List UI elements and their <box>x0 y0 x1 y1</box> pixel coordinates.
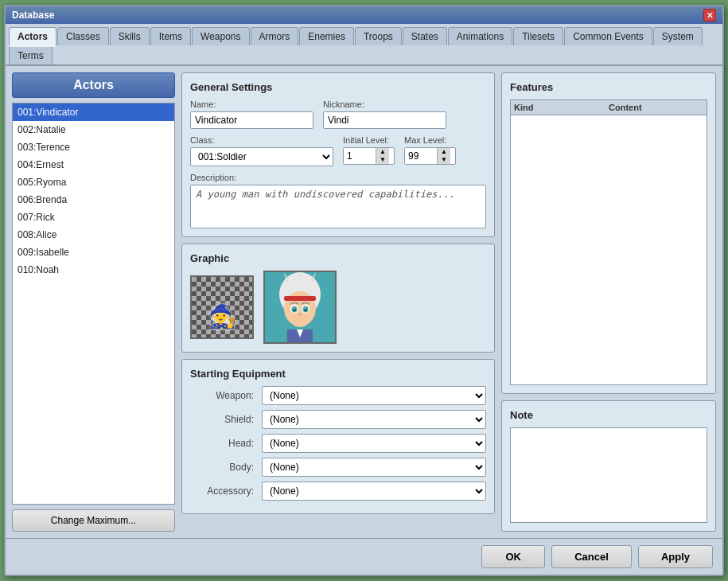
graphic-title: Graphic <box>190 252 486 264</box>
tab-weapons[interactable]: Weapons <box>192 27 249 45</box>
note-title: Note <box>510 409 707 421</box>
description-label: Description: <box>190 173 486 182</box>
max-level-input[interactable] <box>405 148 437 164</box>
bottom-bar: OK Cancel Apply <box>6 538 722 575</box>
tab-items[interactable]: Items <box>150 27 191 45</box>
database-window: Database ✕ ActorsClassesSkillsItemsWeapo… <box>4 5 724 576</box>
actor-item-002[interactable]: 002:Natalie <box>13 121 174 138</box>
title-bar: Database ✕ <box>6 6 722 24</box>
max-level-spinners: ▲ ▼ <box>437 148 450 164</box>
actor-item-001[interactable]: 001:Vindicator <box>13 103 174 121</box>
note-panel: Note <box>501 400 716 532</box>
svg-point-13 <box>294 308 295 310</box>
actors-list[interactable]: 001:Vindicator002:Natalie003:Terence004:… <box>12 103 175 505</box>
actor-item-006[interactable]: 006:Brenda <box>13 191 174 209</box>
initial-level-input[interactable] <box>344 148 376 164</box>
svg-rect-6 <box>284 296 316 301</box>
initial-level-down[interactable]: ▼ <box>376 156 389 164</box>
actor-item-003[interactable]: 003:Terence <box>13 138 174 156</box>
tab-armors[interactable]: Armors <box>251 27 299 45</box>
features-table-header: Kind Content <box>511 100 707 115</box>
equip-label-2: Head: <box>190 438 254 449</box>
main-content: Actors 001:Vindicator002:Natalie003:Tere… <box>6 66 722 538</box>
svg-point-15 <box>298 314 302 316</box>
tab-animations[interactable]: Animations <box>448 27 512 45</box>
actor-item-009[interactable]: 009:Isabelle <box>13 244 174 261</box>
equip-select-3[interactable]: (None) <box>262 458 486 477</box>
equip-select-0[interactable]: (None) <box>262 386 486 405</box>
equip-select-4[interactable]: (None) <box>262 482 486 501</box>
actor-item-007[interactable]: 007:Rick <box>13 209 174 226</box>
features-panel: Features Kind Content <box>501 72 716 394</box>
nickname-input[interactable] <box>323 111 446 129</box>
features-table[interactable]: Kind Content <box>510 99 707 385</box>
face-svg <box>265 272 335 342</box>
close-button[interactable]: ✕ <box>703 9 716 21</box>
features-title: Features <box>510 81 707 93</box>
change-maximum-button[interactable]: Change Maximum... <box>12 509 175 532</box>
right-panel: Features Kind Content Note <box>501 72 716 532</box>
tabs-bar: ActorsClassesSkillsItemsWeaponsArmorsEne… <box>6 24 722 66</box>
actor-item-004[interactable]: 004:Ernest <box>13 156 174 174</box>
tab-skills[interactable]: Skills <box>110 27 150 45</box>
svg-point-14 <box>305 308 306 310</box>
max-level-down[interactable]: ▼ <box>438 156 450 164</box>
initial-level-label: Initial Level: <box>343 135 395 145</box>
face-button[interactable] <box>263 271 337 344</box>
max-level-up[interactable]: ▲ <box>438 148 450 156</box>
equip-row-0: Weapon:(None) <box>190 386 486 405</box>
tab-enemies[interactable]: Enemies <box>299 27 354 45</box>
tab-tilesets[interactable]: Tilesets <box>513 27 563 45</box>
description-textarea[interactable] <box>190 185 486 228</box>
name-field: Name: <box>190 99 313 129</box>
tab-troops[interactable]: Troops <box>355 27 402 45</box>
class-label: Class: <box>190 135 333 145</box>
equip-row-1: Shield:(None) <box>190 410 486 429</box>
actor-item-005[interactable]: 005:Ryoma <box>13 174 174 191</box>
name-input[interactable] <box>190 111 313 129</box>
nickname-label: Nickname: <box>323 99 446 109</box>
middle-panel: General Settings Name: Nickname: <box>181 72 495 532</box>
equip-row-4: Accessory:(None) <box>190 482 486 501</box>
name-label: Name: <box>190 99 313 109</box>
note-textarea[interactable] <box>510 427 707 523</box>
class-select[interactable]: 001:Soldier002:Mage003:Archer <box>190 147 333 166</box>
tab-actors[interactable]: Actors <box>9 27 56 47</box>
tab-system[interactable]: System <box>653 27 703 45</box>
equip-select-2[interactable]: (None) <box>262 434 486 453</box>
equip-label-1: Shield: <box>190 414 254 425</box>
tab-states[interactable]: States <box>403 27 447 45</box>
equipment-slots: Weapon:(None)Shield:(None)Head:(None)Bod… <box>190 386 486 501</box>
actors-panel-header: Actors <box>12 72 175 98</box>
equip-select-1[interactable]: (None) <box>262 410 486 429</box>
initial-level-up[interactable]: ▲ <box>376 148 389 156</box>
apply-button[interactable]: Apply <box>638 545 713 568</box>
sprite-character-icon: 🧙 <box>208 306 236 328</box>
window-title: Database <box>12 10 54 21</box>
equipment-section: Starting Equipment Weapon:(None)Shield:(… <box>181 359 495 514</box>
actor-item-010[interactable]: 010:Noah <box>13 261 174 279</box>
general-settings-section: General Settings Name: Nickname: <box>181 72 495 237</box>
tab-common-events[interactable]: Common Events <box>564 27 652 45</box>
features-col-kind-header: Kind <box>514 103 609 112</box>
tab-terms[interactable]: Terms <box>9 46 53 64</box>
initial-level-spinners: ▲ ▼ <box>376 148 389 164</box>
sprite-button[interactable]: 🧙 <box>190 275 254 339</box>
tab-classes[interactable]: Classes <box>57 27 109 45</box>
equip-label-3: Body: <box>190 462 254 473</box>
equip-label-0: Weapon: <box>190 390 254 401</box>
description-field: Description: <box>190 173 486 228</box>
equip-row-2: Head:(None) <box>190 434 486 453</box>
general-settings-title: General Settings <box>190 81 486 93</box>
name-nickname-row: Name: Nickname: <box>190 99 486 129</box>
actor-item-008[interactable]: 008:Alice <box>13 226 174 244</box>
features-col-content-header: Content <box>609 103 703 112</box>
general-settings-grid: Name: Nickname: Class: 001:Soldier002:Ma… <box>190 99 486 228</box>
ok-button[interactable]: OK <box>481 545 545 568</box>
nickname-field: Nickname: <box>323 99 446 129</box>
cancel-button[interactable]: Cancel <box>551 545 632 568</box>
max-level-label: Max Level: <box>404 135 456 145</box>
graphic-images: 🧙 <box>190 271 486 344</box>
left-panel: Actors 001:Vindicator002:Natalie003:Tere… <box>12 72 175 532</box>
equip-row-3: Body:(None) <box>190 458 486 477</box>
